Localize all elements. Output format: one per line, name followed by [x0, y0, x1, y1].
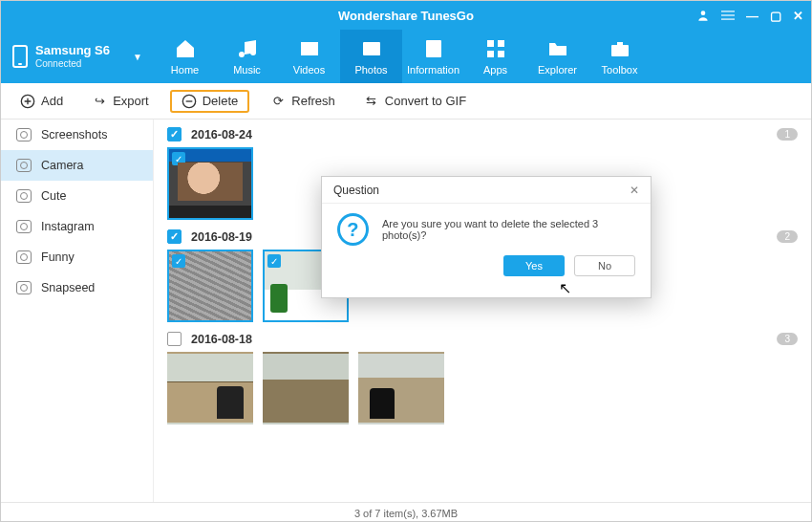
group-date: 2016-08-19 [191, 230, 252, 244]
plus-icon [20, 94, 35, 109]
nav-toolbox[interactable]: Toolbox [588, 30, 651, 83]
svg-rect-13 [487, 40, 494, 47]
statusbar: 3 of 7 item(s), 3.67MB [1, 502, 811, 522]
sidebar-item-cute[interactable]: Cute [1, 181, 153, 211]
group-checkbox[interactable] [167, 127, 182, 141]
svg-rect-14 [498, 40, 504, 47]
convert-icon: ⇆ [364, 94, 379, 109]
convert-gif-button[interactable]: ⇆ Convert to GIF [356, 90, 474, 113]
videos-icon [298, 37, 321, 60]
nav-label: Videos [293, 64, 325, 76]
device-name: Samsung S6 [35, 44, 110, 57]
nav-apps[interactable]: Apps [464, 30, 526, 83]
maximize-button[interactable]: ▢ [770, 9, 781, 23]
svg-rect-12 [429, 40, 433, 44]
sidebar-item-label: Snapseed [41, 281, 95, 294]
refresh-icon: ⟳ [270, 94, 286, 109]
nav-label: Information [407, 64, 459, 76]
chevron-down-icon: ▼ [133, 52, 142, 62]
dialog-title: Question [333, 184, 379, 197]
group-checkbox[interactable] [167, 229, 182, 244]
question-icon: ? [337, 213, 369, 246]
photo-thumbnail[interactable] [167, 147, 253, 220]
refresh-button[interactable]: ⟳ Refresh [263, 90, 343, 113]
delete-label: Delete [203, 94, 239, 108]
photo-thumbnail[interactable] [263, 352, 349, 424]
export-button[interactable]: ↪ Export [84, 90, 157, 113]
nav-label: Home [171, 64, 199, 76]
sidebar: ScreenshotsCameraCuteInstagramFunnySnaps… [1, 120, 154, 502]
group-date: 2016-08-24 [191, 128, 252, 141]
svg-rect-11 [426, 40, 441, 57]
minus-icon [182, 94, 197, 109]
nav-videos[interactable]: Videos [278, 30, 340, 83]
album-icon [16, 250, 32, 264]
sidebar-item-funny[interactable]: Funny [1, 242, 153, 272]
svg-rect-1 [721, 11, 735, 11]
group-count: 2 [777, 230, 798, 243]
apps-icon [484, 37, 507, 60]
photo-thumbnail[interactable] [358, 352, 444, 424]
no-button[interactable]: No [574, 255, 635, 276]
export-icon: ↪ [92, 94, 107, 109]
add-button[interactable]: Add [12, 90, 71, 113]
device-selector[interactable]: Samsung S6 Connected ▼ [1, 30, 154, 83]
svg-rect-17 [611, 45, 629, 56]
minimize-button[interactable]: — [746, 9, 759, 23]
main-nav: HomeMusicVideosPhotosInformationAppsExpl… [154, 30, 651, 83]
yes-button[interactable]: Yes [503, 255, 565, 276]
toolbox-icon [609, 37, 631, 60]
photos-icon [360, 37, 383, 60]
photo-group: 2016-08-183 [167, 332, 798, 424]
home-icon [174, 37, 197, 60]
dialog-close-icon[interactable]: ✕ [630, 184, 639, 197]
nav-photos[interactable]: Photos [340, 30, 402, 83]
nav-music[interactable]: Music [216, 30, 278, 83]
sidebar-item-snapseed[interactable]: Snapseed [1, 272, 153, 303]
svg-point-5 [250, 50, 256, 55]
thumbnail-row [167, 352, 798, 424]
group-checkbox[interactable] [167, 332, 182, 346]
menu-icon[interactable] [721, 9, 735, 22]
window-controls: — ▢ ✕ [696, 1, 803, 30]
device-status: Connected [35, 58, 110, 69]
album-icon [16, 281, 32, 294]
toolbar: Add ↪ Export Delete ⟳ Refresh ⇆ Convert … [1, 83, 811, 120]
svg-rect-3 [721, 19, 735, 20]
svg-point-4 [239, 52, 245, 57]
nav-information[interactable]: Information [402, 30, 464, 83]
album-icon [16, 159, 32, 172]
svg-rect-16 [498, 51, 504, 57]
nav-explorer[interactable]: Explorer [526, 30, 588, 83]
sidebar-item-camera[interactable]: Camera [1, 150, 153, 181]
selected-check-icon [267, 254, 281, 268]
information-icon [422, 37, 445, 60]
close-button[interactable]: ✕ [793, 9, 803, 23]
svg-rect-8 [315, 42, 318, 55]
nav-label: Apps [483, 64, 507, 76]
explorer-icon [546, 37, 569, 60]
sidebar-item-instagram[interactable]: Instagram [1, 211, 153, 242]
group-header: 2016-08-183 [167, 332, 798, 346]
app-title: Wondershare TunesGo [338, 9, 474, 23]
svg-rect-2 [721, 14, 735, 15]
delete-button[interactable]: Delete [170, 90, 250, 113]
dialog-message: Are you sure you want to delete the sele… [382, 218, 635, 241]
user-icon[interactable] [696, 9, 710, 22]
titlebar: Wondershare TunesGo — ▢ ✕ [1, 1, 811, 30]
nav-home[interactable]: Home [154, 30, 216, 83]
photo-thumbnail[interactable] [167, 352, 253, 424]
album-icon [16, 220, 32, 233]
group-count: 1 [777, 128, 798, 141]
album-icon [16, 189, 32, 203]
nav-label: Explorer [538, 64, 577, 76]
music-icon [236, 37, 259, 60]
photo-thumbnail[interactable] [167, 250, 253, 322]
sidebar-item-label: Cute [41, 189, 66, 203]
confirm-dialog: Question ✕ ? Are you sure you want to de… [321, 176, 652, 298]
header: Samsung S6 Connected ▼ HomeMusicVideosPh… [1, 30, 811, 83]
phone-icon [12, 45, 28, 68]
group-header: 2016-08-241 [167, 127, 798, 141]
sidebar-item-screenshots[interactable]: Screenshots [1, 120, 153, 150]
refresh-label: Refresh [291, 94, 335, 108]
